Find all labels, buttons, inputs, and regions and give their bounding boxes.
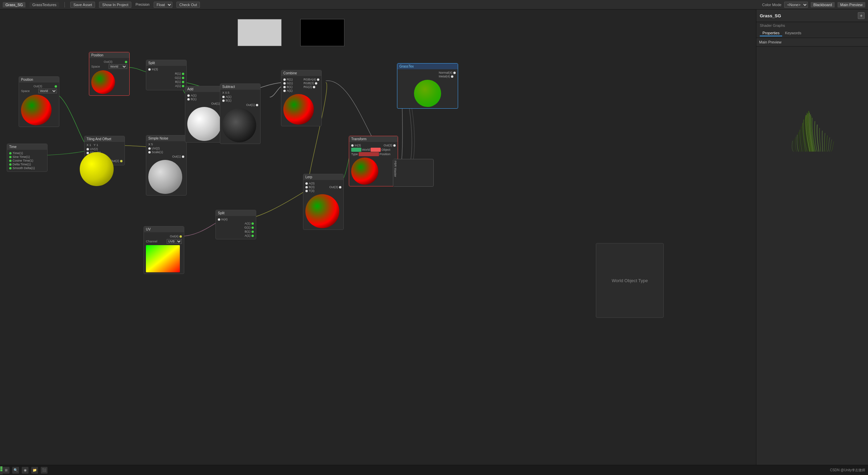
blackboard-tab[interactable]: Blackboard (811, 2, 835, 7)
sub-preview (222, 108, 258, 142)
sub-out: Out(1) (246, 103, 258, 107)
transform-node[interactable]: Transform In(3) Out(3) World Object Type (349, 136, 398, 186)
add-in-a: A(1) (187, 94, 223, 97)
comb-out-rgba: RGBA(4) (303, 78, 319, 81)
lerp-in-a: A(3) (305, 182, 315, 185)
lerp-header: Lerp (303, 174, 343, 180)
simple-noise-node[interactable]: Simple Noise X 5 UV(2) Scale(1) Out(1) (146, 135, 187, 196)
lerp-node[interactable]: Lerp A(3) B(3) T(3) Out(3) (303, 174, 344, 230)
shader-graph-canvas[interactable]: Position Out(3) Space World Position (0, 10, 756, 465)
add-preview (187, 107, 223, 141)
combine-preview (283, 94, 319, 125)
separator (64, 2, 65, 7)
combine-node[interactable]: Combine R(1) G(1) B(1) A(1) (281, 70, 322, 126)
position-node-1-body: Out(3) Space World (89, 58, 129, 95)
position-node-2[interactable]: Position Out(3) Space World (19, 76, 59, 127)
keywords-tab[interactable]: Keywords (782, 30, 804, 36)
status-right-text: CSDN @Unity李左微师 (830, 468, 865, 473)
lerp-in-b: B(3) (305, 185, 315, 189)
uv-preview (146, 245, 182, 272)
uv-node[interactable]: UV Out(4) Channel UVB (144, 226, 184, 274)
tab-grass-sg[interactable]: Grass_SG (3, 2, 25, 7)
split-node-2[interactable]: Split In(4) A(1) G(1) B(1) A(1) (215, 210, 256, 239)
save-asset-button[interactable]: Save Asset (70, 2, 95, 8)
time-port-delta: Delta Time(1) (9, 163, 45, 166)
noise-out-dot (182, 156, 184, 158)
pos2-out-row: Out(3) (21, 85, 57, 88)
add-node[interactable]: Add A(1) B(1) Out(1) (185, 86, 226, 143)
uv-body: Out(4) Channel UVB (144, 232, 184, 274)
uv-in (87, 148, 89, 150)
object-swatch (371, 148, 381, 152)
split2-out-a: A(1) (245, 222, 254, 225)
noise-sphere (148, 160, 182, 194)
position-node-2-header: Position (19, 77, 59, 83)
world-swatch (351, 148, 361, 152)
color-mode-label: Color Mode (762, 3, 781, 7)
transform-body: In(3) Out(3) World Object Type Position (349, 142, 398, 186)
space-row: Space World (91, 64, 127, 69)
pos2-preview (21, 95, 57, 125)
split1-out-a: A(1) (175, 84, 184, 88)
code-icon[interactable]: ⬛ (41, 467, 48, 474)
main-preview-tab[interactable]: Main Preview (837, 2, 865, 7)
search-icon[interactable]: 🔍 (12, 467, 19, 474)
yellow-sphere (80, 152, 114, 186)
add-body: A(1) B(1) Out(1) (185, 92, 225, 142)
port-time (9, 152, 12, 154)
split1-in: In(3) (148, 68, 184, 71)
progress-indicator (0, 466, 3, 474)
time-port-smooth: Smooth Delta(1) (9, 166, 45, 170)
grasstex-body: Normal(4) Metal(4) (397, 69, 458, 108)
space-dropdown[interactable]: World (109, 64, 127, 69)
port-out-dot (125, 61, 127, 63)
color-mode-dropdown[interactable]: <None> (784, 2, 808, 8)
time-node[interactable]: Time Time(1) Sine Time(1) Cosine Time(1)… (7, 144, 48, 172)
grass-svg (756, 47, 868, 155)
lerp-body: A(3) B(3) T(3) Out(3) (303, 180, 343, 230)
subtract-node[interactable]: Subtract X 0.5 A(1) B(1) Out(1) (220, 84, 261, 144)
grasstex-node[interactable]: GrassTex Normal(4) Metal(4) (397, 63, 458, 109)
status-bar: ⊞ 🔍 ◉ 📁 ⬛ CSDN @Unity李左微师 (0, 465, 868, 475)
sub-b-dot (222, 99, 225, 102)
split-node-1-body: In(3) R(1) G(1) B(1) (146, 66, 186, 90)
split2-out-b: B(1) (245, 230, 254, 233)
pos2-out-dot (55, 85, 57, 88)
split-node-1[interactable]: Split In(3) R(1) G(1) (146, 60, 187, 90)
properties-tab[interactable]: Properties (760, 30, 782, 36)
port-cosine (9, 160, 12, 162)
check-out-button[interactable]: Check Out (176, 2, 200, 8)
port-sine (9, 156, 12, 158)
start-icon[interactable]: ⊞ (3, 467, 10, 474)
split2-in: In(4) (218, 218, 254, 221)
browser-icon[interactable]: ◉ (22, 467, 29, 474)
position-sphere (91, 70, 115, 94)
transform-out: Out(3) (383, 144, 396, 147)
r-dot (182, 73, 184, 75)
add-button[interactable]: + (858, 12, 865, 19)
comb-in-r: R(1) (283, 78, 293, 81)
noise-out: Out(1) (172, 155, 184, 158)
uv-out: Out(4) (170, 235, 182, 238)
g-dot (182, 77, 184, 79)
precision-dropdown[interactable]: Float (154, 2, 172, 8)
add-header: Add (185, 86, 225, 92)
add-in-b: B(1) (187, 97, 223, 101)
preview-dark (300, 19, 344, 46)
pbr-master-node[interactable] (393, 159, 434, 187)
position-node-1[interactable]: Position Out(3) Space World (89, 52, 130, 96)
channel-dropdown[interactable]: UVB (167, 239, 182, 244)
pos2-space-dropdown[interactable]: World (38, 89, 57, 93)
world-object-type-node: World Object Type (596, 243, 664, 318)
simple-noise-header: Simple Noise (146, 135, 186, 141)
right-panel-nav: Properties Keywords (756, 29, 868, 38)
grasstex-header: GrassTex (397, 63, 458, 69)
add-b-dot (187, 98, 190, 101)
folder-icon[interactable]: 📁 (31, 467, 38, 474)
sub-out-dot (256, 104, 258, 106)
show-in-project-button[interactable]: Show In Project (99, 2, 131, 8)
tab-grass-textures[interactable]: GrassTextures (30, 2, 59, 7)
grass-3d-preview-container (756, 47, 868, 155)
right-panel-subtitle: Shader Graphs (756, 22, 868, 29)
noise-scale-dot (148, 151, 151, 153)
